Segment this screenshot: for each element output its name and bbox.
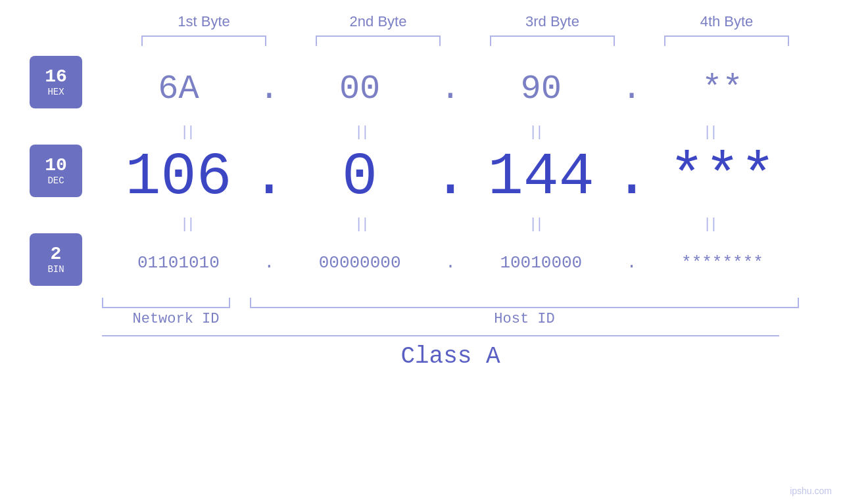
bin-b1: 01101010	[106, 253, 251, 273]
bin-b4: ********	[650, 253, 794, 273]
bracket-top-3	[490, 35, 615, 46]
byte2-header: 2nd Byte	[306, 13, 450, 30]
hex-dot1: .	[259, 70, 279, 108]
byte4-header: 4th Byte	[654, 13, 799, 30]
dec-label: DEC	[47, 175, 64, 186]
dec-number: 10	[45, 156, 67, 176]
class-label: Class A	[102, 343, 799, 370]
bottom-brackets-row	[102, 298, 799, 308]
dec-b2: 0	[287, 144, 432, 211]
hex-row: 6A . 00 . 90 . **	[102, 56, 799, 122]
hex-label: HEX	[47, 87, 64, 97]
byte1-header: 1st Byte	[132, 13, 276, 30]
hex-dot3: .	[622, 70, 642, 108]
dec-dot3: .	[622, 144, 642, 211]
eq2-b1: ||	[117, 215, 262, 232]
bin-row: 01101010 . 00000000 . 10010000 .	[102, 233, 799, 292]
rows-container: 6A . 00 . 90 . **	[102, 56, 845, 370]
bin-b2: 00000000	[287, 253, 432, 273]
hex-b1: 6A	[106, 70, 251, 108]
bracket-top-4	[664, 35, 789, 46]
eq1-b3: ||	[466, 123, 610, 140]
bracket-top-1	[141, 35, 266, 46]
equals-row-1: || || || ||	[102, 122, 799, 141]
hex-b3: 90	[469, 70, 614, 108]
eq1-b1: ||	[117, 123, 262, 140]
hex-dot2: .	[441, 70, 460, 108]
dec-row: 106 . 0 . 144 . ***	[102, 141, 799, 214]
bin-dot3: .	[622, 253, 642, 273]
eq2-b2: ||	[291, 215, 436, 232]
watermark: ipshu.com	[790, 486, 832, 496]
eq2-b4: ||	[640, 215, 785, 232]
dec-b3: 144	[469, 144, 614, 211]
bin-dot1: .	[259, 253, 279, 273]
hex-badge: 16 HEX	[30, 56, 82, 108]
bin-label: BIN	[47, 264, 64, 275]
hex-b4: **	[650, 70, 794, 108]
hex-number: 16	[45, 67, 67, 87]
bracket-bottom-network	[102, 298, 230, 308]
class-bracket-line	[102, 335, 779, 336]
bracket-gap	[230, 298, 250, 308]
bin-b3: 10010000	[469, 253, 614, 273]
dec-b4: ***	[650, 144, 794, 211]
top-brackets	[117, 35, 814, 46]
byte3-header: 3rd Byte	[480, 13, 625, 30]
eq1-b2: ||	[291, 123, 436, 140]
host-id-label: Host ID	[250, 311, 799, 327]
dec-b1: 106	[106, 144, 251, 211]
bin-badge: 2 BIN	[30, 233, 82, 286]
hex-b2: 00	[287, 70, 432, 108]
bracket-bottom-host	[250, 298, 799, 308]
content-area: 16 HEX 10 DEC 2 BIN 6A .	[0, 56, 845, 370]
byte-headers: 1st Byte 2nd Byte 3rd Byte 4th Byte	[117, 13, 814, 30]
network-id-label: Network ID	[102, 311, 250, 327]
main-container: 1st Byte 2nd Byte 3rd Byte 4th Byte 16 H…	[0, 0, 845, 504]
bin-dot2: .	[441, 253, 460, 273]
bracket-top-2	[316, 35, 441, 46]
dec-badge: 10 DEC	[30, 145, 82, 197]
eq1-b4: ||	[640, 123, 785, 140]
equals-row-2: || || || ||	[102, 214, 799, 233]
bin-number: 2	[51, 244, 62, 265]
dec-dot1: .	[259, 144, 279, 211]
bottom-labels: Network ID Host ID	[102, 311, 799, 327]
eq2-b3: ||	[466, 215, 610, 232]
base-labels: 16 HEX 10 DEC 2 BIN	[30, 56, 82, 286]
dec-dot2: .	[441, 144, 460, 211]
